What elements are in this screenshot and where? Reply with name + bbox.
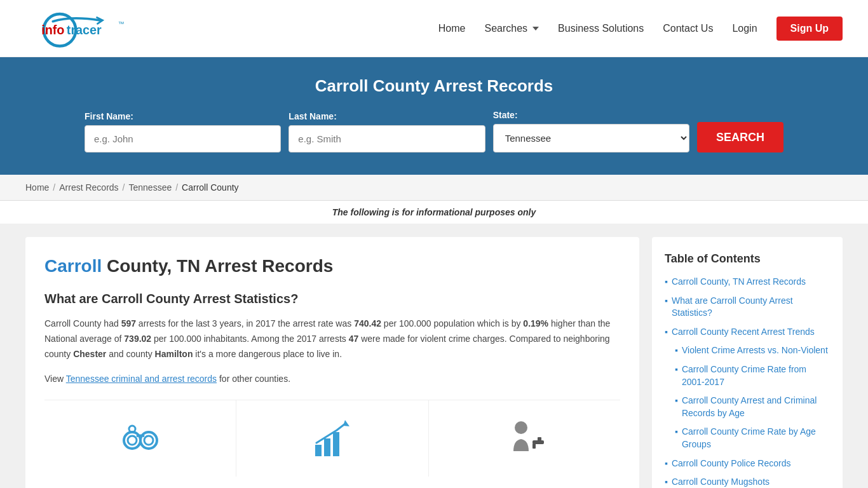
first-name-input[interactable]: [85, 125, 281, 152]
svg-point-7: [144, 436, 153, 445]
nav-home[interactable]: Home: [438, 23, 466, 34]
toc-item-1: Carroll County, TN Arrest Records: [665, 276, 830, 288]
breadcrumb-tennessee[interactable]: Tennessee: [129, 182, 172, 193]
view-link-paragraph: View Tennessee criminal and arrest recor…: [44, 372, 620, 387]
nav-business-solutions[interactable]: Business Solutions: [558, 23, 644, 34]
mugshot-icon: [499, 413, 550, 464]
article-title-highlight: Carroll: [44, 256, 102, 276]
toc-link-2[interactable]: What are Carroll County Arrest Statistic…: [672, 295, 830, 320]
icon-cell-mugshot: [429, 400, 620, 477]
toc-title: Table of Contents: [665, 252, 830, 266]
hero-title: Carroll County Arrest Records: [25, 76, 843, 96]
breadcrumb-sep-2: /: [123, 182, 125, 193]
breadcrumb-sep-3: /: [175, 182, 178, 193]
main-nav: Home Searches Business Solutions Contact…: [438, 17, 843, 41]
svg-point-13: [515, 421, 527, 434]
section1-heading: What are Carroll County Arrest Statistic…: [44, 292, 620, 306]
trends-icon: [307, 413, 358, 464]
breadcrumb-arrest-records[interactable]: Arrest Records: [59, 182, 118, 193]
info-banner: The following is for informational purpo…: [0, 201, 868, 224]
svg-rect-15: [538, 437, 541, 441]
toc-sub-item-3: Carroll County Arrest and Criminal Recor…: [675, 395, 830, 419]
article-paragraph1: Carroll County had 597 arrests for the l…: [44, 316, 620, 362]
toc-sub-link-3[interactable]: Carroll County Arrest and Criminal Recor…: [682, 395, 830, 419]
toc-sub-list: Violent Crime Arrests vs. Non-Violent Ca…: [675, 344, 830, 451]
arrests-icon: [115, 413, 166, 464]
toc-sub-item-2: Carroll County Crime Rate from 2001-2017: [675, 363, 830, 388]
main-content: Carroll County, TN Arrest Records What a…: [0, 224, 868, 488]
logo-area: info tracer ™: [25, 10, 140, 48]
breadcrumb-home[interactable]: Home: [25, 182, 49, 193]
article-title: Carroll County, TN Arrest Records: [44, 256, 620, 276]
toc-sidebar: Table of Contents Carroll County, TN Arr…: [652, 237, 843, 488]
login-button[interactable]: Login: [732, 23, 757, 34]
logo: info tracer ™: [25, 10, 140, 48]
header: info tracer ™ Home Searches Business Sol…: [0, 0, 868, 57]
toc-link-5[interactable]: Carroll County Mugshots: [672, 476, 770, 488]
toc-item-4: Carroll County Police Records: [665, 458, 830, 470]
toc-sub-link-1[interactable]: Violent Crime Arrests vs. Non-Violent: [682, 344, 828, 357]
toc-item-3: Carroll County Recent Arrest Trends: [665, 326, 830, 339]
toc-sub-item-4: Carroll County Crime Rate by Age Groups: [675, 426, 830, 451]
toc-link-3[interactable]: Carroll County Recent Arrest Trends: [672, 326, 815, 339]
svg-marker-12: [343, 420, 349, 426]
toc-item-2: What are Carroll County Arrest Statistic…: [665, 295, 830, 320]
icons-row: [44, 400, 620, 477]
svg-rect-10: [324, 438, 330, 456]
state-select[interactable]: Tennessee Alabama Alaska Arizona Califor…: [493, 124, 689, 152]
svg-point-6: [140, 432, 157, 449]
toc-list: Carroll County, TN Arrest Records What a…: [665, 276, 830, 488]
state-group: State: Tennessee Alabama Alaska Arizona …: [493, 110, 689, 152]
svg-text:tracer: tracer: [67, 22, 102, 36]
toc-sub-item-1: Violent Crime Arrests vs. Non-Violent: [675, 344, 830, 357]
icon-cell-arrests: [44, 400, 236, 477]
article-title-rest: County, TN Arrest Records: [102, 256, 333, 276]
toc-sub-link-2[interactable]: Carroll County Crime Rate from 2001-2017: [682, 363, 830, 388]
svg-rect-16: [532, 444, 536, 449]
first-name-label: First Name:: [85, 111, 281, 121]
breadcrumb-bar: Home / Arrest Records / Tennessee / Carr…: [0, 175, 868, 201]
toc-link-1[interactable]: Carroll County, TN Arrest Records: [672, 276, 806, 288]
tn-records-link[interactable]: Tennessee criminal and arrest records: [66, 374, 217, 384]
svg-point-8: [129, 426, 135, 432]
signup-button[interactable]: Sign Up: [776, 17, 843, 41]
icon-cell-trends: [236, 400, 428, 477]
breadcrumb-carroll-county: Carroll County: [182, 182, 238, 193]
svg-point-4: [124, 432, 140, 449]
state-label: State:: [493, 110, 689, 120]
svg-rect-9: [315, 445, 322, 456]
first-name-group: First Name:: [85, 111, 281, 152]
svg-point-5: [128, 436, 137, 445]
search-form: First Name: Last Name: State: Tennessee …: [85, 110, 783, 152]
last-name-input[interactable]: [288, 125, 485, 152]
hero-section: Carroll County Arrest Records First Name…: [0, 57, 868, 175]
nav-contact-us[interactable]: Contact Us: [663, 23, 713, 34]
last-name-label: Last Name:: [288, 111, 485, 121]
toc-item-5: Carroll County Mugshots: [665, 476, 830, 488]
article: Carroll County, TN Arrest Records What a…: [25, 237, 639, 488]
toc-sub-link-4[interactable]: Carroll County Crime Rate by Age Groups: [682, 426, 830, 451]
search-button[interactable]: SEARCH: [697, 122, 783, 152]
svg-rect-11: [333, 432, 339, 456]
breadcrumb-sep-1: /: [53, 182, 55, 193]
searches-chevron-icon: [532, 27, 539, 30]
svg-text:info: info: [41, 22, 64, 36]
toc-link-4[interactable]: Carroll County Police Records: [672, 458, 791, 470]
svg-text:™: ™: [118, 20, 125, 27]
breadcrumb: Home / Arrest Records / Tennessee / Carr…: [25, 182, 843, 193]
last-name-group: Last Name:: [288, 111, 485, 152]
nav-searches[interactable]: Searches: [484, 23, 539, 34]
